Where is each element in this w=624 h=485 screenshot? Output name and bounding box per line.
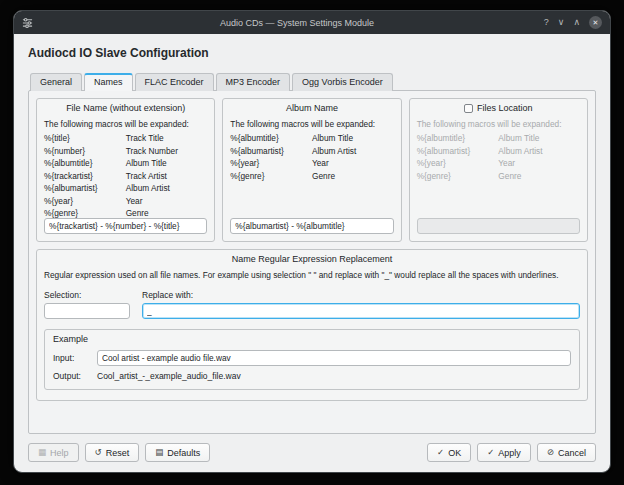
reset-button-label: Reset xyxy=(106,448,130,458)
contextual-help-button[interactable]: ? xyxy=(544,18,549,27)
macro-desc: Genre xyxy=(312,171,394,181)
macro-desc: Year xyxy=(498,158,580,168)
macro-name: %{albumartist} xyxy=(417,146,499,156)
help-button-label: Help xyxy=(50,448,69,458)
ok-button[interactable]: ✓ OK xyxy=(427,443,471,462)
macro-desc: Album Artist xyxy=(312,146,394,156)
replace-with-input[interactable] xyxy=(142,303,580,319)
window-title: Audio CDs — System Settings Module xyxy=(54,18,540,28)
files-location-macros-intro: The following macros will be expanded: xyxy=(417,119,580,129)
replace-with-label: Replace with: xyxy=(142,290,580,300)
reset-icon: ↺ xyxy=(95,448,102,457)
album-name-group: Album Name The following macros will be … xyxy=(222,98,401,242)
album-name-macro-list: %{albumtitle}Album Title %{albumartist}A… xyxy=(230,133,393,181)
album-name-group-title: Album Name xyxy=(230,103,393,113)
file-name-group-title: File Name (without extension) xyxy=(44,103,207,113)
settings-window: Audio CDs — System Settings Module ? ∨ ∧… xyxy=(13,10,611,473)
tab-flac-encoder[interactable]: FLAC Encoder xyxy=(135,73,214,91)
tab-names[interactable]: Names xyxy=(84,73,133,91)
macro-desc: Genre xyxy=(498,171,580,181)
cancel-button-label: Cancel xyxy=(558,448,586,458)
macro-name: %{year} xyxy=(44,196,126,206)
macro-desc: Album Title xyxy=(312,133,394,143)
window-content: Audiocd IO Slave Configuration General N… xyxy=(14,34,610,472)
page-title: Audiocd IO Slave Configuration xyxy=(28,46,596,60)
files-location-macro-list: %{albumtitle}Album Title %{albumartist}A… xyxy=(417,133,580,181)
shade-icon[interactable]: ∨ xyxy=(558,18,565,27)
macro-name: %{trackartist} xyxy=(44,171,126,181)
regex-description: Regular expression used on all file name… xyxy=(44,270,580,280)
titlebar: Audio CDs — System Settings Module ? ∨ ∧… xyxy=(14,11,610,34)
keep-above-icon[interactable]: ∧ xyxy=(573,18,580,27)
help-icon: ▦ xyxy=(38,448,46,457)
macro-desc: Album Artist xyxy=(498,146,580,156)
regex-group-title: Name Regular Expression Replacement xyxy=(44,254,580,264)
files-location-checkbox[interactable] xyxy=(464,104,473,113)
macro-name: %{year} xyxy=(230,158,312,168)
macro-name: %{genre} xyxy=(44,208,126,218)
file-name-macros-intro: The following macros will be expanded: xyxy=(44,119,207,129)
tab-mp3-encoder[interactable]: MP3 Encoder xyxy=(216,73,291,91)
macro-desc: Album Title xyxy=(498,133,580,143)
macro-name: %{albumartist} xyxy=(44,183,126,193)
tab-general[interactable]: General xyxy=(30,73,82,91)
apply-button[interactable]: ✓ Apply xyxy=(477,443,531,462)
tab-ogg-vorbis-encoder[interactable]: Ogg Vorbis Encoder xyxy=(292,73,393,91)
example-input-field[interactable] xyxy=(97,350,571,366)
selection-label: Selection: xyxy=(44,290,130,300)
macro-name: %{year} xyxy=(417,158,499,168)
macro-desc: Year xyxy=(126,196,208,206)
file-name-macro-list: %{title}Track Title %{number}Track Numbe… xyxy=(44,133,207,218)
album-name-macros-intro: The following macros will be expanded: xyxy=(230,119,393,129)
macro-desc: Track Title xyxy=(126,133,208,143)
macro-name: %{albumtitle} xyxy=(230,133,312,143)
cancel-button[interactable]: ⊘ Cancel xyxy=(537,443,596,462)
help-button: ▦ Help xyxy=(28,443,79,462)
macro-name: %{genre} xyxy=(230,171,312,181)
ok-check-icon: ✓ xyxy=(437,448,444,457)
regex-replacement-group: Name Regular Expression Replacement Regu… xyxy=(36,249,588,401)
reset-button[interactable]: ↺ Reset xyxy=(85,443,140,462)
files-location-group-title: Files Location xyxy=(477,103,533,113)
ok-button-label: OK xyxy=(448,448,461,458)
cancel-icon: ⊘ xyxy=(547,448,554,457)
dialog-button-row: ▦ Help ↺ Reset ▤ Defaults ✓ OK ✓ xyxy=(28,443,596,462)
files-location-group: Files Location The following macros will… xyxy=(409,98,588,242)
macro-desc: Album Artist xyxy=(126,183,208,193)
file-name-group: File Name (without extension) The follow… xyxy=(36,98,215,242)
macro-name: %{number} xyxy=(44,146,126,156)
apply-button-label: Apply xyxy=(498,448,521,458)
files-location-pattern-input xyxy=(417,218,580,234)
example-group: Example Input: Output: Cool_artist_-_exa… xyxy=(44,329,580,390)
album-name-pattern-input[interactable] xyxy=(230,218,393,234)
macro-name: %{albumtitle} xyxy=(44,158,126,168)
macro-name: %{albumtitle} xyxy=(417,133,499,143)
defaults-button-label: Defaults xyxy=(167,448,200,458)
tab-bar: General Names FLAC Encoder MP3 Encoder O… xyxy=(28,73,596,91)
macro-desc: Genre xyxy=(126,208,208,218)
macro-name: %{genre} xyxy=(417,171,499,181)
example-input-label: Input: xyxy=(53,353,97,363)
macro-desc: Track Artist xyxy=(126,171,208,181)
defaults-button[interactable]: ▤ Defaults xyxy=(145,443,210,462)
apply-check-icon: ✓ xyxy=(487,448,494,457)
macro-desc: Track Number xyxy=(126,146,208,156)
macro-desc: Album Title xyxy=(126,158,208,168)
macro-name: %{albumartist} xyxy=(230,146,312,156)
example-group-title: Example xyxy=(53,334,571,344)
defaults-icon: ▤ xyxy=(155,448,163,457)
macro-name: %{title} xyxy=(44,133,126,143)
close-button[interactable]: ✕ xyxy=(589,16,602,29)
example-output-label: Output: xyxy=(53,371,97,381)
selection-input[interactable] xyxy=(44,303,130,319)
tab-page-names: File Name (without extension) The follow… xyxy=(28,90,596,434)
example-output-value: Cool_artist_-_example_audio_file.wav xyxy=(97,371,571,381)
file-name-pattern-input[interactable] xyxy=(44,218,207,234)
app-settings-icon xyxy=(22,17,33,28)
macro-desc: Year xyxy=(312,158,394,168)
